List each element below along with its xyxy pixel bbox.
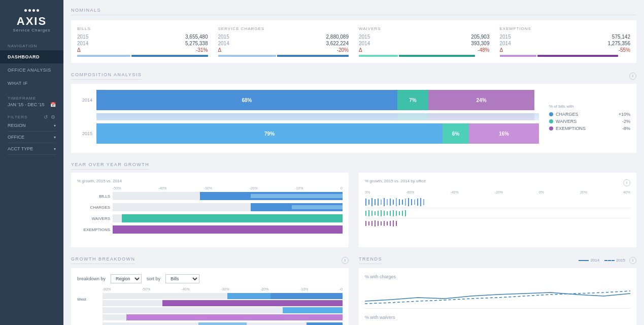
nominals-title: NOMINALS [71,8,636,15]
composition-title: COMPOSITION ANALYSIS [71,72,142,80]
growth-title: GROWTH BREAKDOWN [71,256,135,264]
yoy-right-panel: % growth, 2015 vs. 2014 by office i 3%-6… [359,173,636,247]
chevron-down-icon: ▾ [54,135,56,140]
growth-breakdown-panel: breakdown by Region Office sort by Bills… [71,268,349,325]
trends-charges-label: % with charges [365,274,630,279]
filters-label: Filters ↺ ⚙ [8,114,56,120]
logo-subtitle: Service Charges [8,28,56,32]
sidebar-item-what-if[interactable]: WHAT IF [0,77,63,90]
bills-label: BILLS [77,26,208,31]
composition-section: COMPOSITION ANALYSIS i 2014 68% 7% 24% [71,72,636,153]
yoy-bar-charges: CHARGES [113,203,343,211]
nominals-section: NOMINALS BILLS 20153,655,480 20145,275,3… [71,8,636,63]
reset-icon[interactable]: ↺ [44,114,48,120]
info-icon-composition[interactable]: i [629,73,636,80]
growth-breakdown-section: GROWTH BREAKDOWN i breakdown by Region O… [71,256,349,325]
calendar-icon[interactable]: 📅 [50,102,56,107]
waivers-label: WAIVERS [359,26,490,31]
composition-bars: 2014 68% 7% 24% [77,90,539,147]
yoy-left-panel: % growth, 2015 vs. 2014 -50%-40%-30%-20%… [71,173,349,247]
yoy-title: YEAR OVER YEAR GROWTH [71,162,149,170]
sidebar-item-dashboard[interactable]: DASHBOARD [0,50,63,63]
bottom-section: GROWTH BREAKDOWN i breakdown by Region O… [71,256,636,325]
nominal-waivers: WAIVERS 2015205,903 2014393,309 Δ-48% [359,26,490,57]
filter-region[interactable]: REGION ▾ [8,120,56,132]
growth-row-south: South [77,322,343,325]
yoy-bar-exemptions: EXEMPTIONS [113,225,343,234]
composition-legend: % of bills with CHARGES +10% WAIVERS [549,104,630,133]
trends-section: TRENDS 2014 2015 i [359,256,636,325]
chevron-down-icon: ▾ [54,123,56,128]
service-charges-label: SERVICE CHARGES [218,26,349,31]
trends-waivers-label: % with waivers [365,315,630,320]
nav-label: Navigation [0,38,63,50]
yoy-section: YEAR OVER YEAR GROWTH % growth, 2015 vs.… [71,162,636,247]
logo-icon [8,9,56,13]
yoy-left-title: % growth, 2015 vs. 2014 [77,179,343,183]
nominal-bills: BILLS 20153,655,480 20145,275,338 Δ-31% [77,26,208,57]
trends-legend: 2014 2015 [579,258,625,263]
timeframe-value: JAN '15 - DEC '15 📅 [8,102,56,107]
sidebar: AXIS Service Charges Navigation DASHBOAR… [0,0,63,325]
sidebar-item-office-analysis[interactable]: OFFICE ANALYSIS [0,63,63,77]
nominals-grid: BILLS 20153,655,480 20145,275,338 Δ-31% … [71,20,636,63]
breakdown-select[interactable]: Region Office [111,274,142,283]
nominal-exemptions: EXEMPTIONS 2015575,142 20141,275,356 Δ-5… [500,26,631,57]
yoy-bar-waivers: WAIVERS [113,214,343,222]
growth-row-west: West [77,293,343,320]
composition-chart: 2014 68% 7% 24% [77,90,630,147]
yoy-right-title: % growth, 2015 vs. 2014 by office [365,179,426,183]
comp-row-2014: 2014 68% 7% 24% [77,90,539,110]
chevron-down-icon: ▾ [54,147,56,151]
filter-office[interactable]: OFFICE ▾ [8,132,56,143]
info-icon-growth[interactable]: i [342,257,349,264]
filters-section: Filters ↺ ⚙ REGION ▾ OFFICE ▾ ACCT TYPE … [0,109,63,157]
nominal-service-charges: SERVICE CHARGES 20152,880,089 20143,622,… [218,26,349,57]
timeframe-label: Timeframe [8,96,56,101]
logo-text: AXIS [8,15,56,28]
logo: AXIS Service Charges [0,0,63,38]
yoy-bar-bills: BILLS [113,192,343,200]
info-icon-trends[interactable]: i [629,257,636,264]
trends-title: TRENDS [359,256,382,264]
growth-controls: breakdown by Region Office sort by Bills… [77,274,343,283]
timeframe: Timeframe JAN '15 - DEC '15 📅 [0,90,63,109]
trends-panel: % with charges % with waivers [359,268,636,325]
comp-row-2015: 2015 79% 6% 16% [77,123,539,144]
main-content: NOMINALS BILLS 20153,655,480 20145,275,3… [63,0,644,325]
filter-acct-type[interactable]: ACCT TYPE ▾ [8,143,56,155]
sort-select[interactable]: Bills Charges [165,274,199,283]
exemptions-label: EXEMPTIONS [500,26,631,31]
yoy-grid: % growth, 2015 vs. 2014 -50%-40%-30%-20%… [71,173,636,247]
settings-icon[interactable]: ⚙ [51,114,56,120]
info-icon-yoy[interactable]: i [623,179,630,186]
